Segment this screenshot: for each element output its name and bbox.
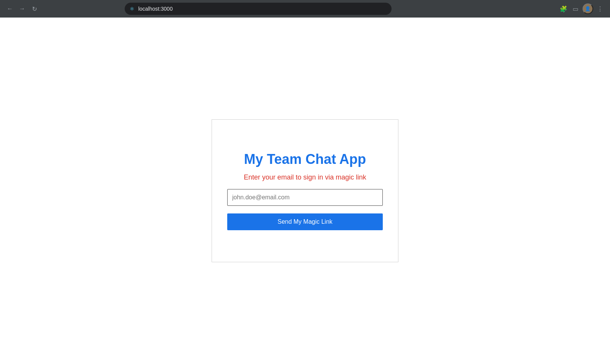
split-button[interactable]: ▭ [570, 3, 581, 14]
login-subtitle: Enter your email to sign in via magic li… [244, 173, 366, 181]
browser-chrome: ← → ↻ ⚛ localhost:3000 🧩 ▭ 👤 ⋮ [0, 0, 610, 18]
login-card: My Team Chat App Enter your email to sig… [212, 119, 398, 262]
send-magic-link-button[interactable]: Send My Magic Link [227, 213, 383, 230]
profile-avatar[interactable]: 👤 [583, 3, 593, 14]
forward-icon: → [19, 5, 25, 12]
address-bar[interactable]: ⚛ localhost:3000 [125, 3, 392, 15]
reload-button[interactable]: ↻ [29, 3, 40, 14]
avatar-image: 👤 [585, 6, 591, 11]
split-icon: ▭ [573, 5, 578, 13]
back-button[interactable]: ← [5, 3, 15, 14]
forward-button[interactable]: → [17, 3, 27, 14]
menu-button[interactable]: ⋮ [595, 3, 605, 14]
menu-icon: ⋮ [597, 5, 603, 13]
extensions-button[interactable]: 🧩 [558, 3, 569, 14]
browser-actions: 🧩 ▭ 👤 ⋮ [558, 3, 605, 14]
page-content: My Team Chat App Enter your email to sig… [0, 18, 610, 364]
address-text: localhost:3000 [138, 6, 387, 12]
back-icon: ← [7, 5, 13, 12]
react-icon: ⚛ [129, 6, 135, 12]
extensions-icon: 🧩 [560, 5, 567, 13]
app-title: My Team Chat App [244, 151, 366, 167]
nav-buttons: ← → ↻ [5, 3, 40, 14]
email-input[interactable] [227, 189, 383, 206]
reload-icon: ↻ [32, 5, 37, 13]
